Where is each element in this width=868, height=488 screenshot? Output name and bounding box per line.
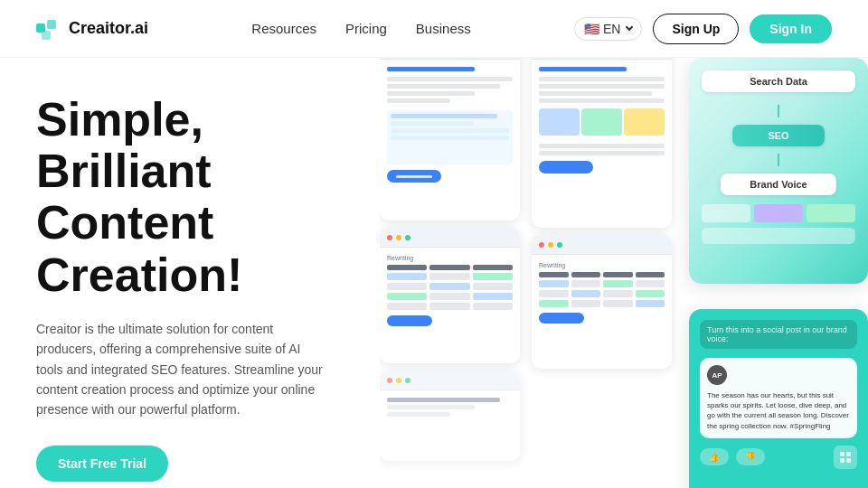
svg-rect-2	[42, 31, 51, 40]
screenshot-card-3	[380, 371, 520, 461]
svg-rect-3	[840, 452, 844, 456]
start-free-trial-button[interactable]: Start Free Trial	[36, 446, 168, 482]
main-nav: Resources Pricing Business	[251, 21, 470, 36]
workflow-brand-node: Brand Voice	[721, 174, 836, 195]
screenshot-card-2: Rewriting	[380, 228, 520, 363]
svg-rect-5	[840, 458, 844, 463]
social-grid-button[interactable]	[834, 446, 857, 469]
social-prompt: Turn this into a social post in our bran…	[700, 320, 857, 349]
social-panel: Turn this into a social post in our bran…	[689, 309, 868, 488]
workflow-seo-node: SEO	[732, 125, 825, 146]
svg-rect-4	[846, 452, 851, 456]
workflow-tag-2	[754, 204, 803, 222]
workflow-connector-2	[778, 154, 779, 166]
svg-rect-1	[47, 20, 56, 29]
screenshot-editor-1	[532, 58, 672, 228]
svg-rect-6	[846, 458, 851, 463]
thumbs-down-icon: 👎	[745, 452, 756, 462]
signup-button[interactable]: Sign Up	[653, 14, 739, 44]
workflow-search-node: Search Data	[702, 70, 855, 92]
thumbs-up-icon: 👍	[709, 452, 720, 462]
hero-title: Simple, Brilliant Content Creation!	[36, 94, 344, 301]
logo-text: Creaitor.ai	[69, 19, 148, 38]
nav-business[interactable]: Business	[416, 21, 471, 36]
workflow-panel: Search Data SEO Brand Voice	[689, 58, 868, 284]
screenshot-card-1	[380, 58, 520, 221]
workflow-tag-1	[702, 204, 750, 222]
nav-pricing[interactable]: Pricing	[345, 21, 387, 36]
social-like-button[interactable]: 👍	[700, 448, 729, 465]
logo[interactable]: Creaitor.ai	[36, 16, 148, 42]
workflow-tag-3	[807, 204, 855, 222]
social-avatar: AP	[707, 365, 727, 385]
header-actions: 🇺🇸 EN Sign Up Sign In	[574, 14, 832, 44]
language-selector[interactable]: 🇺🇸 EN	[574, 17, 642, 41]
lang-label: EN	[603, 22, 620, 36]
chevron-down-icon	[626, 23, 633, 31]
hero-section: Simple, Brilliant Content Creation! Crea…	[0, 58, 380, 488]
screenshot-column-1: Rewriting	[380, 58, 524, 461]
social-action-buttons: 👍 👎	[700, 446, 857, 469]
social-message-area: AP The season has our hearts, but this s…	[700, 358, 857, 438]
hero-screenshots: Rewriting	[380, 58, 868, 488]
main-content: Simple, Brilliant Content Creation! Crea…	[0, 58, 868, 488]
logo-icon	[36, 16, 61, 42]
social-message-text: The season has our hearts, but this suit…	[707, 390, 850, 431]
hero-description: Creaitor is the ultimate solution for co…	[36, 319, 326, 420]
screenshot-column-2: Rewriting	[532, 58, 672, 369]
workflow-connector-1	[778, 105, 779, 117]
screenshot-editor-2: Rewriting	[532, 235, 672, 369]
flag-icon: 🇺🇸	[584, 22, 599, 36]
nav-resources[interactable]: Resources	[251, 21, 316, 36]
social-dislike-button[interactable]: 👎	[736, 448, 765, 465]
grid-icon	[839, 451, 852, 464]
signin-button[interactable]: Sign In	[750, 14, 832, 43]
